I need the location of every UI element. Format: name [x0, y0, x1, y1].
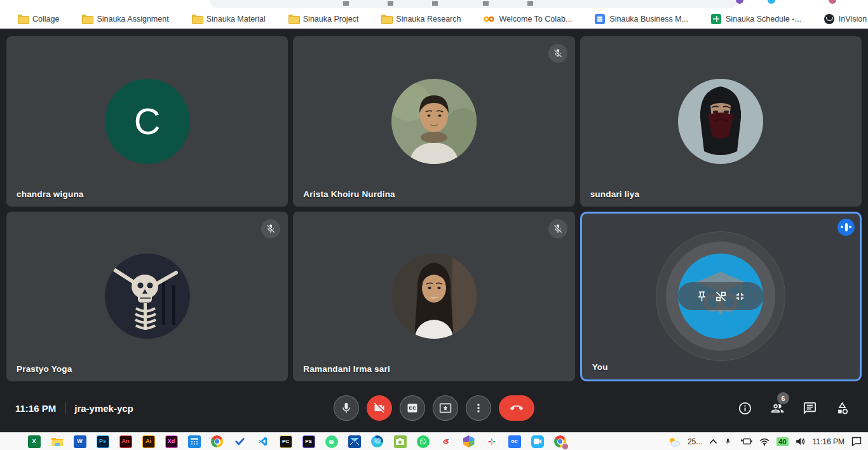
- meeting-details-button[interactable]: [736, 400, 753, 416]
- pin-icon[interactable]: [696, 290, 708, 303]
- photoshop-icon[interactable]: Ps: [97, 435, 109, 448]
- bookmark-invision[interactable]: InVision: [824, 14, 867, 24]
- videocam-off-icon: [373, 402, 386, 414]
- xd-icon[interactable]: Xd: [165, 435, 178, 448]
- red-swirl-app-icon[interactable]: [440, 435, 452, 448]
- bookmarks-bar: Collage Sinauka Assignment Sinauka Mater…: [0, 9, 868, 29]
- invision-icon: [824, 14, 834, 24]
- leave-call-button[interactable]: [499, 395, 534, 421]
- folder-icon: [192, 15, 202, 23]
- avatar-photo: [391, 254, 477, 339]
- docs-icon: [595, 14, 605, 24]
- wifi-icon[interactable]: [759, 438, 770, 446]
- tray-mic-icon[interactable]: [724, 437, 731, 446]
- chat-icon: [803, 401, 817, 416]
- camera-app-icon[interactable]: [394, 435, 407, 448]
- weather-icon[interactable]: [668, 437, 681, 447]
- present-icon: [439, 402, 452, 414]
- audio-level-indicator-icon: [837, 219, 855, 236]
- participants-count-badge: 6: [777, 392, 789, 404]
- extension-icon[interactable]: [768, 0, 775, 4]
- tray-clock[interactable]: 11:16 PM: [813, 437, 844, 446]
- chrome-profile-icon[interactable]: [554, 435, 567, 448]
- hexagon-app-icon[interactable]: [463, 435, 475, 448]
- animate-icon[interactable]: An: [119, 435, 132, 448]
- folder-icon: [288, 15, 299, 23]
- meeting-time: 11:16 PM: [15, 403, 56, 414]
- edge-icon[interactable]: [371, 435, 384, 448]
- participant-name: You: [592, 362, 608, 372]
- battery-icon[interactable]: [738, 437, 752, 446]
- present-button[interactable]: [433, 395, 458, 421]
- word-icon[interactable]: W: [74, 435, 86, 448]
- bookmark-welcome-to-colab[interactable]: Welcome To Colab...: [484, 15, 572, 24]
- meeting-code: jra-ymek-ycp: [74, 403, 133, 414]
- participant-tile-chandra[interactable]: C chandra wiguna: [6, 36, 288, 207]
- illustrator-icon[interactable]: Ai: [142, 435, 155, 448]
- avatar-photo: [391, 79, 477, 164]
- slack-icon[interactable]: [485, 435, 498, 448]
- phpstorm-icon[interactable]: PS: [302, 435, 315, 448]
- participant-name: Ramandani Irma sari: [303, 364, 390, 374]
- mic-off-icon: [548, 44, 567, 63]
- tile-hover-controls: [678, 282, 763, 310]
- more-vert-icon: [472, 402, 485, 414]
- extension-icon[interactable]: [736, 0, 743, 4]
- pycharm-icon[interactable]: PC: [280, 435, 292, 448]
- participant-tile-sundari[interactable]: sundari liya: [580, 36, 862, 207]
- address-bar-fragment[interactable]: [210, 0, 737, 8]
- visual-studio-icon[interactable]: [257, 435, 269, 448]
- browser-top-strip: [0, 0, 868, 9]
- activities-icon: [835, 401, 850, 416]
- video-app-icon[interactable]: [531, 435, 544, 448]
- calendar-app-icon[interactable]: [188, 435, 201, 448]
- more-options-button[interactable]: [466, 395, 491, 421]
- colab-icon: [484, 15, 494, 23]
- minimize-icon[interactable]: [734, 290, 746, 303]
- mic-off-icon: [548, 219, 567, 238]
- profile-avatar[interactable]: [829, 0, 836, 4]
- chrome-icon[interactable]: [211, 435, 224, 448]
- mic-off-icon: [261, 219, 280, 238]
- mic-icon: [340, 402, 353, 414]
- bookmark-sinauka-schedule[interactable]: Sinauka Schedule -...: [711, 14, 801, 24]
- camera-off-button[interactable]: [367, 395, 392, 421]
- tray-chevron-up-icon[interactable]: [709, 439, 717, 444]
- excel-icon[interactable]: X: [28, 435, 41, 448]
- participants-button[interactable]: 6: [769, 400, 785, 416]
- volume-icon[interactable]: [796, 437, 806, 446]
- battery-percent-badge[interactable]: 40: [776, 437, 788, 446]
- participant-tile-you[interactable]: You: [580, 212, 862, 382]
- avatar-initial: C: [105, 79, 190, 164]
- weather-temperature[interactable]: 25...: [688, 437, 702, 446]
- todo-check-icon[interactable]: [234, 435, 247, 448]
- oc-app-icon[interactable]: oc: [508, 435, 521, 448]
- participant-name: Prastyo Yoga: [17, 364, 72, 374]
- participant-tile-arista[interactable]: Arista Khoiru Nurdina: [293, 36, 574, 207]
- windows-taskbar: X W Ps An Ai Xd PC PS oc: [0, 432, 868, 450]
- folder-icon: [18, 15, 28, 23]
- bookmark-sinauka-material[interactable]: Sinauka Material: [192, 15, 266, 24]
- bookmark-sinauka-assignment[interactable]: Sinauka Assignment: [82, 15, 168, 24]
- mail-icon[interactable]: [348, 435, 361, 448]
- captions-button[interactable]: [400, 395, 425, 421]
- participant-tile-prastyo[interactable]: Prastyo Yoga: [6, 212, 288, 382]
- bookmark-sinauka-business[interactable]: Sinauka Business M...: [595, 14, 688, 24]
- android-app-icon[interactable]: [325, 435, 338, 448]
- participant-tile-ramandani[interactable]: Ramandani Irma sari: [293, 212, 574, 382]
- bookmark-collage[interactable]: Collage: [18, 15, 59, 24]
- action-center-icon[interactable]: [851, 437, 862, 446]
- whatsapp-icon[interactable]: [417, 435, 430, 448]
- activities-button[interactable]: [834, 400, 850, 416]
- bookmark-sinauka-project[interactable]: Sinauka Project: [288, 15, 359, 24]
- call-end-icon: [510, 402, 523, 414]
- avatar-photo: [105, 254, 190, 339]
- bookmark-sinauka-research[interactable]: Sinauka Research: [381, 15, 461, 24]
- mic-button[interactable]: [334, 395, 359, 421]
- folder-icon: [82, 15, 92, 23]
- file-explorer-icon[interactable]: [51, 435, 64, 448]
- mosaic-off-icon[interactable]: [714, 290, 728, 303]
- start-button[interactable]: [6, 436, 18, 447]
- chat-button[interactable]: [801, 400, 818, 416]
- participant-name: sundari liya: [590, 189, 639, 199]
